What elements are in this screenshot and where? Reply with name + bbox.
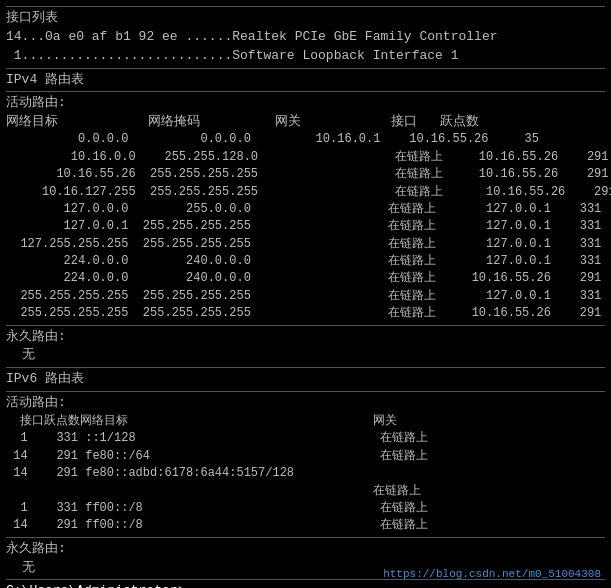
ipv4-route-3: 10.16.127.255 255.255.255.255 在链路上 10.16… — [6, 184, 605, 201]
ipv4-route-4: 127.0.0.0 255.0.0.0 在链路上 127.0.0.1 331 — [6, 201, 605, 218]
persistent-routes-label2: 永久路由: — [6, 540, 605, 559]
separator-1 — [6, 68, 605, 69]
watermark: https://blog.csdn.net/m0_51004308 — [383, 568, 601, 580]
ipv6-header: IPv6 路由表 — [6, 370, 605, 389]
interface-header: 接口列表 — [6, 9, 605, 28]
ipv4-route-8: 224.0.0.0 240.0.0.0 在链路上 10.16.55.26 291 — [6, 270, 605, 287]
ipv6-route-3: 1 331 ff00::/8 在链路上 — [6, 500, 605, 517]
ipv4-route-7: 224.0.0.0 240.0.0.0 在链路上 127.0.0.1 331 — [6, 253, 605, 270]
persistent-routes-label: 永久路由: — [6, 328, 605, 347]
separator-top — [6, 6, 605, 7]
ipv4-route-5: 127.0.0.1 255.255.255.255 在链路上 127.0.0.1… — [6, 218, 605, 235]
separator-3 — [6, 325, 605, 326]
bottom-prompt[interactable]: C:\Users\Administrator> — [6, 582, 605, 588]
ipv4-route-10: 255.255.255.255 255.255.255.255 在链路上 10.… — [6, 305, 605, 322]
separator-2 — [6, 91, 605, 92]
terminal-window: 接口列表 14...0a e0 af b1 92 ee ......Realte… — [0, 0, 611, 588]
ipv6-route-4: 14 291 ff00::/8 在链路上 — [6, 517, 605, 534]
active-routes-label: 活动路由: — [6, 94, 605, 113]
ipv6-route-0: 1 331 ::1/128 在链路上 — [6, 430, 605, 447]
ipv6-column-headers: 接口跃点数网络目标 网关 — [6, 413, 605, 430]
interface-entry-1: 14...0a e0 af b1 92 ee ......Realtek PCI… — [6, 28, 605, 47]
interface-entry-2: 1...........................Software Loo… — [6, 47, 605, 66]
separator-4 — [6, 367, 605, 368]
separator-5 — [6, 391, 605, 392]
ipv4-header: IPv4 路由表 — [6, 71, 605, 90]
ipv4-route-1: 10.16.0.0 255.255.128.0 在链路上 10.16.55.26… — [6, 149, 605, 166]
ipv4-route-2: 10.16.55.26 255.255.255.255 在链路上 10.16.5… — [6, 166, 605, 183]
ipv4-route-9: 255.255.255.255 255.255.255.255 在链路上 127… — [6, 288, 605, 305]
separator-6 — [6, 537, 605, 538]
ipv4-route-6: 127.255.255.255 255.255.255.255 在链路上 127… — [6, 236, 605, 253]
column-headers: 网络目标 网络掩码 网关 接口 跃点数 — [6, 113, 605, 131]
ipv6-route-1: 14 291 fe80::/64 在链路上 — [6, 448, 605, 465]
ipv6-route-2: 14 291 fe80::adbd:6178:6a44:5157/128 — [6, 465, 605, 482]
persistent-ipv4-none: 无 — [6, 346, 605, 365]
active-routes-label2: 活动路由: — [6, 394, 605, 413]
ipv6-route-2b: 在链路上 — [6, 483, 605, 500]
ipv4-route-0: 0.0.0.0 0.0.0.0 10.16.0.1 10.16.55.26 35 — [6, 131, 605, 148]
